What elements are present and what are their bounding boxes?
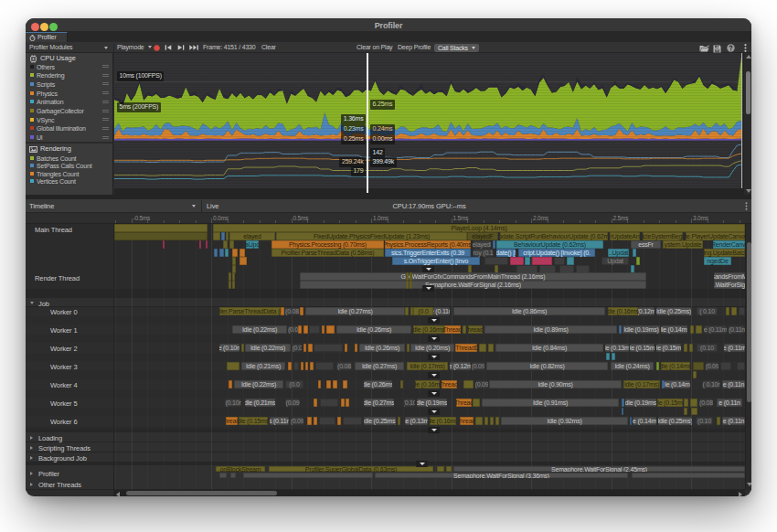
timeline-bar[interactable] bbox=[345, 344, 347, 352]
thread-collapse-arrow-icon[interactable] bbox=[30, 483, 33, 486]
timeline-bar[interactable] bbox=[690, 325, 694, 334]
timeline-bar[interactable] bbox=[693, 371, 697, 378]
timeline-bar[interactable]: te.PlayerUpdateCanva bbox=[686, 232, 745, 240]
timeline-bar[interactable] bbox=[656, 362, 659, 370]
timeline-bar[interactable] bbox=[293, 362, 299, 370]
thread-label-worker-2[interactable]: Worker 2 bbox=[50, 345, 78, 353]
timeline-bar[interactable] bbox=[326, 325, 335, 334]
charts-vertical-scrollbar[interactable] bbox=[743, 53, 751, 195]
timeline-bar[interactable]: onBlockStream bbox=[216, 466, 265, 472]
save-profile-icon[interactable] bbox=[713, 45, 721, 53]
timeline-bar[interactable] bbox=[309, 325, 320, 334]
timeline-bar[interactable] bbox=[333, 380, 337, 388]
timeline-bar[interactable] bbox=[739, 307, 745, 315]
timeline-bar[interactable] bbox=[226, 232, 229, 240]
timeline-bar[interactable]: Idle (0.89ms) bbox=[484, 325, 617, 334]
timeline-bar[interactable] bbox=[612, 353, 615, 360]
timeline-view-dropdown[interactable]: Timeline bbox=[29, 199, 54, 213]
timeline-bar[interactable] bbox=[684, 408, 687, 415]
timeline-bar[interactable] bbox=[214, 249, 218, 257]
timeline-bar[interactable] bbox=[488, 344, 494, 352]
timeline-bar[interactable]: Idle (0.21ms) bbox=[245, 399, 275, 407]
timeline-bar[interactable] bbox=[475, 417, 483, 425]
timeline-bar[interactable]: Idle (0.19ms) bbox=[625, 399, 656, 407]
timeline-bar[interactable]: e (0.12m bbox=[450, 362, 471, 370]
timeline-bar[interactable] bbox=[510, 257, 524, 265]
timeline-bar[interactable] bbox=[298, 325, 302, 334]
thread-collapse-arrow-icon[interactable] bbox=[30, 472, 33, 475]
timeline-bar[interactable]: Idle (0.13ms) bbox=[405, 417, 428, 425]
timeline-bar[interactable]: Idle (0.20ms) bbox=[410, 344, 454, 352]
timeline-bar[interactable]: aUpd bbox=[246, 240, 259, 249]
timeline-bar[interactable]: Thread bbox=[444, 325, 461, 334]
timeline-bar[interactable]: elayedF bbox=[467, 232, 498, 240]
timeline-bar[interactable]: s.OnTriggerEnter() [Invo bbox=[392, 257, 480, 265]
scroll-left-arrow-icon[interactable] bbox=[116, 492, 120, 497]
timeline-bar[interactable]: Idle (0.15ms) bbox=[657, 399, 683, 407]
timeline-bar[interactable]: Idle (0.14ms) bbox=[661, 325, 687, 334]
timeline-bar[interactable] bbox=[225, 249, 229, 257]
help-icon[interactable] bbox=[727, 44, 735, 52]
selected-frame-line[interactable] bbox=[367, 53, 368, 193]
timeline-bar[interactable] bbox=[622, 399, 624, 407]
scroll-down-arrow-icon[interactable] bbox=[746, 189, 751, 193]
legend-drag-handle-icon[interactable] bbox=[102, 91, 109, 94]
scroll-up-arrow-icon[interactable] bbox=[746, 55, 751, 59]
legend-item-others[interactable]: Others bbox=[26, 62, 112, 71]
timeline-bar[interactable] bbox=[314, 399, 317, 407]
timeline-bar[interactable] bbox=[310, 362, 314, 370]
timeline-bar[interactable] bbox=[341, 399, 345, 407]
timeline-bar[interactable]: Profiler.ParseThreadData (0.38 bbox=[219, 307, 281, 315]
timeline-bar[interactable] bbox=[490, 417, 494, 425]
timeline-bar[interactable] bbox=[239, 249, 245, 257]
expand-thread-arrow[interactable] bbox=[428, 372, 440, 378]
timeline-bar[interactable]: Idle (0.91ms) bbox=[482, 399, 619, 407]
timeline-bar[interactable] bbox=[630, 417, 632, 425]
timeline-bar[interactable]: e (0.11n bbox=[717, 399, 742, 407]
timeline-bar[interactable]: Idle (0.16ms) bbox=[430, 417, 456, 425]
expand-thread-arrow[interactable] bbox=[428, 317, 440, 324]
timeline-bar[interactable]: e (0.11n bbox=[722, 417, 745, 425]
timeline-bar[interactable]: Idle (0.22ms) bbox=[232, 325, 287, 334]
timeline-bar[interactable] bbox=[301, 362, 303, 370]
timeline-bar[interactable]: hread bbox=[226, 417, 238, 425]
playmode-dropdown[interactable]: Playmode bbox=[117, 42, 152, 53]
timeline-bar[interactable] bbox=[337, 417, 341, 425]
timeline-bar[interactable] bbox=[343, 417, 362, 425]
timeline-bar[interactable] bbox=[314, 417, 317, 425]
expand-thread-arrow[interactable] bbox=[422, 285, 434, 292]
timeline-bar[interactable]: Idle (0.22ms) bbox=[245, 344, 291, 352]
timeline-bar[interactable] bbox=[206, 240, 208, 249]
profiler-modules-dropdown[interactable]: Profiler Modules bbox=[29, 42, 72, 53]
timeline-bar[interactable]: Idle (0.82ms) bbox=[486, 362, 608, 370]
timeline-bar[interactable]: Idle (0.27ms) bbox=[355, 362, 404, 370]
timeline-bar[interactable] bbox=[633, 249, 636, 257]
timeline-bar[interactable]: Idle (0.24ms) bbox=[611, 362, 654, 370]
timeline-bar[interactable] bbox=[163, 240, 165, 249]
timeline-bar[interactable] bbox=[737, 362, 745, 370]
legend-drag-handle-icon[interactable] bbox=[102, 110, 109, 112]
timeline-bar[interactable] bbox=[308, 344, 313, 352]
timeline-bar[interactable]: Idle (0.26ms) bbox=[336, 325, 411, 334]
timeline-bar[interactable]: (0.09 bbox=[291, 417, 303, 425]
timeline-vertical-scrollbar[interactable] bbox=[745, 224, 751, 490]
timeline-bar[interactable]: ( 0.10r bbox=[702, 380, 720, 388]
timeline-bar[interactable] bbox=[693, 362, 704, 370]
timeline-bar[interactable]: Idle (0.15ms) bbox=[630, 344, 655, 352]
thread-label-scripting-threads[interactable]: Scripting Threads bbox=[38, 444, 90, 452]
timeline-bar[interactable]: hread bbox=[468, 325, 483, 334]
timeline-bar[interactable]: sics.TriggerEnterExits (0.39 bbox=[385, 249, 471, 257]
timeline-bar[interactable]: FixedUpdate.PhysicsFixedUpdate (1.23ms) bbox=[276, 232, 467, 240]
timeline-bar[interactable]: Idle (0.14ms) bbox=[661, 362, 690, 370]
timeline-bar[interactable]: Physics.ProcessReports (0.40ms) bbox=[385, 240, 471, 249]
timeline-bar[interactable]: Idle (0.27ms) bbox=[364, 399, 394, 407]
timeline-bar[interactable]: Idle (0.19ms) bbox=[623, 325, 660, 334]
clear-on-play-toggle[interactable]: Clear on Play bbox=[357, 42, 392, 53]
thread-collapse-arrow-icon[interactable] bbox=[30, 446, 33, 450]
timeline-bar[interactable]: Idle (0.26ms) bbox=[364, 380, 392, 388]
timeline-bar[interactable]: (0.09 bbox=[472, 362, 484, 370]
thread-collapse-arrow-icon[interactable] bbox=[30, 436, 33, 440]
timeline-bar[interactable]: dering.UpdateBatches bbox=[704, 249, 745, 257]
timeline-bar[interactable] bbox=[473, 399, 480, 407]
thread-label-worker-4[interactable]: Worker 4 bbox=[50, 381, 78, 389]
